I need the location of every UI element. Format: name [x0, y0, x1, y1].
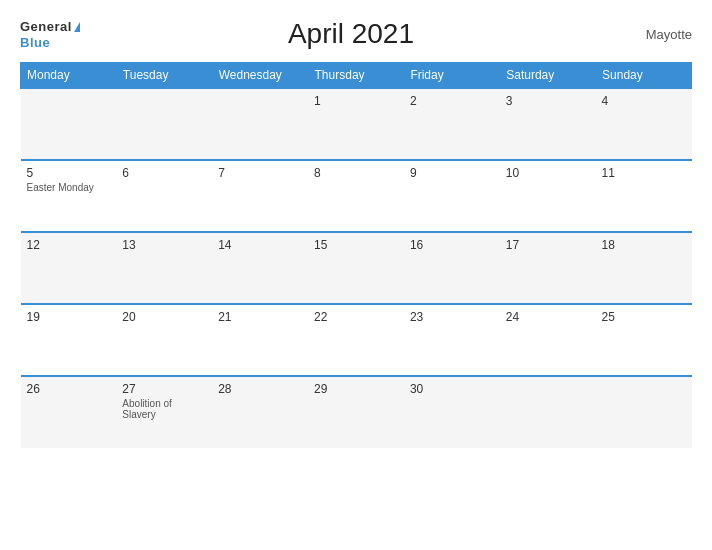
cell-w2-d4: 8 [308, 160, 404, 232]
cell-w4-d6: 24 [500, 304, 596, 376]
cell-w1-d3 [212, 88, 308, 160]
cell-w2-d7: 11 [596, 160, 692, 232]
week-row-1: 1234 [21, 88, 692, 160]
cell-w1-d6: 3 [500, 88, 596, 160]
day-number: 8 [314, 166, 398, 180]
day-number: 7 [218, 166, 302, 180]
header: General Blue April 2021 Mayotte [20, 18, 692, 50]
logo-general-text: General [20, 19, 72, 34]
day-number: 12 [27, 238, 111, 252]
day-number: 23 [410, 310, 494, 324]
cell-w5-d5: 30 [404, 376, 500, 448]
cell-w5-d3: 28 [212, 376, 308, 448]
calendar-table: Monday Tuesday Wednesday Thursday Friday… [20, 62, 692, 448]
day-number: 19 [27, 310, 111, 324]
cell-w4-d5: 23 [404, 304, 500, 376]
day-number: 6 [122, 166, 206, 180]
day-number: 2 [410, 94, 494, 108]
day-number: 30 [410, 382, 494, 396]
calendar-page: General Blue April 2021 Mayotte Monday T… [0, 0, 712, 550]
cell-w4-d2: 20 [116, 304, 212, 376]
day-number: 10 [506, 166, 590, 180]
cell-w5-d6 [500, 376, 596, 448]
cell-w1-d2 [116, 88, 212, 160]
cell-w2-d1: 5Easter Monday [21, 160, 117, 232]
day-number: 21 [218, 310, 302, 324]
day-number: 14 [218, 238, 302, 252]
day-number: 24 [506, 310, 590, 324]
week-row-2: 5Easter Monday67891011 [21, 160, 692, 232]
header-monday: Monday [21, 63, 117, 89]
day-number: 26 [27, 382, 111, 396]
day-number: 27 [122, 382, 206, 396]
region-label: Mayotte [622, 27, 692, 42]
cell-w2-d3: 7 [212, 160, 308, 232]
cell-w1-d4: 1 [308, 88, 404, 160]
day-number: 4 [602, 94, 686, 108]
day-number: 22 [314, 310, 398, 324]
day-number: 15 [314, 238, 398, 252]
cell-w4-d3: 21 [212, 304, 308, 376]
event-label: Abolition of Slavery [122, 398, 206, 420]
day-number: 20 [122, 310, 206, 324]
weekday-header-row: Monday Tuesday Wednesday Thursday Friday… [21, 63, 692, 89]
cell-w1-d7: 4 [596, 88, 692, 160]
day-number: 18 [602, 238, 686, 252]
day-number: 25 [602, 310, 686, 324]
day-number: 28 [218, 382, 302, 396]
calendar-title: April 2021 [80, 18, 622, 50]
cell-w4-d1: 19 [21, 304, 117, 376]
header-wednesday: Wednesday [212, 63, 308, 89]
day-number: 17 [506, 238, 590, 252]
cell-w3-d2: 13 [116, 232, 212, 304]
week-row-3: 12131415161718 [21, 232, 692, 304]
day-number: 5 [27, 166, 111, 180]
day-number: 11 [602, 166, 686, 180]
header-friday: Friday [404, 63, 500, 89]
day-number: 29 [314, 382, 398, 396]
cell-w3-d3: 14 [212, 232, 308, 304]
day-number: 9 [410, 166, 494, 180]
logo-top: General [20, 18, 80, 34]
cell-w4-d7: 25 [596, 304, 692, 376]
cell-w1-d1 [21, 88, 117, 160]
header-tuesday: Tuesday [116, 63, 212, 89]
header-saturday: Saturday [500, 63, 596, 89]
cell-w5-d1: 26 [21, 376, 117, 448]
event-label: Easter Monday [27, 182, 111, 193]
week-row-5: 2627Abolition of Slavery282930 [21, 376, 692, 448]
cell-w3-d4: 15 [308, 232, 404, 304]
cell-w2-d5: 9 [404, 160, 500, 232]
cell-w3-d5: 16 [404, 232, 500, 304]
cell-w2-d6: 10 [500, 160, 596, 232]
week-row-4: 19202122232425 [21, 304, 692, 376]
cell-w5-d4: 29 [308, 376, 404, 448]
cell-w2-d2: 6 [116, 160, 212, 232]
cell-w1-d5: 2 [404, 88, 500, 160]
logo: General Blue [20, 18, 80, 50]
cell-w3-d1: 12 [21, 232, 117, 304]
day-number: 1 [314, 94, 398, 108]
header-sunday: Sunday [596, 63, 692, 89]
header-thursday: Thursday [308, 63, 404, 89]
cell-w5-d7 [596, 376, 692, 448]
day-number: 16 [410, 238, 494, 252]
cell-w4-d4: 22 [308, 304, 404, 376]
cell-w3-d7: 18 [596, 232, 692, 304]
day-number: 13 [122, 238, 206, 252]
logo-blue-text: Blue [20, 35, 50, 50]
day-number: 3 [506, 94, 590, 108]
cell-w3-d6: 17 [500, 232, 596, 304]
cell-w5-d2: 27Abolition of Slavery [116, 376, 212, 448]
